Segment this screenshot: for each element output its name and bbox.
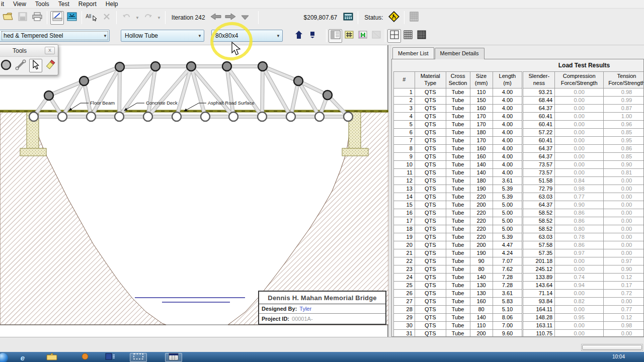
taskbar-ie-button[interactable]: e	[14, 353, 31, 362]
member-list-toggle-button[interactable]	[329, 29, 342, 43]
truss-joint[interactable]	[187, 62, 196, 71]
truss-joint[interactable]	[79, 76, 89, 85]
member-row[interactable]: 14QTSTube2205.3963.030.770.00	[394, 193, 644, 201]
taskbar-folder-button[interactable]	[43, 353, 60, 362]
member-row[interactable]: 11QTSTube1404.0073.570.000.81	[394, 168, 644, 176]
truss-joint[interactable]	[229, 112, 238, 121]
eraser-tool-button[interactable]	[44, 59, 57, 72]
status-indicator[interactable]	[387, 11, 401, 25]
member-numbers-toggle-button[interactable]	[342, 29, 356, 43]
print-button[interactable]	[30, 11, 44, 25]
member-row[interactable]: 20QTSTube2004.4757.580.860.00	[394, 241, 644, 249]
member-row[interactable]: 5QTSTube1704.0060.410.000.96	[394, 120, 644, 128]
taskbar-app-orange-button[interactable]	[76, 353, 94, 362]
design-mode-button[interactable]	[50, 11, 64, 25]
horizontal-scrollbar[interactable]	[581, 344, 643, 351]
truss-joint[interactable]	[29, 112, 38, 121]
truss-joint[interactable]	[258, 62, 267, 71]
disabled-view-button[interactable]	[369, 29, 383, 43]
member-row[interactable]: 13QTSTube1905.3972.790.980.00	[394, 185, 644, 193]
member-row[interactable]: 7QTSTube1704.0060.410.000.95	[394, 136, 644, 144]
member-row[interactable]: 23QTSTube807.62245.120.000.90	[394, 265, 644, 273]
taskbar-bridge-designer-button[interactable]	[165, 353, 182, 362]
member-row[interactable]: 9QTSTube1604.0064.370.000.85	[394, 152, 644, 160]
taskbar-snipping-button[interactable]	[130, 353, 147, 362]
scrollbar-thumb[interactable]	[582, 345, 642, 350]
iteration-back-button[interactable]	[209, 11, 223, 25]
material-select[interactable]: hed & Tempered Steel ▼	[0, 30, 110, 42]
menu-item-report[interactable]: Report	[74, 0, 101, 9]
truss-joint[interactable]	[201, 112, 210, 121]
increase-member-size-button[interactable]	[292, 29, 305, 43]
redo-button[interactable]	[141, 11, 155, 25]
truss-joint[interactable]	[172, 112, 181, 121]
decrease-member-size-button[interactable]	[305, 29, 319, 43]
member-row[interactable]: 3QTSTube1604.0064.370.000.87	[394, 104, 644, 112]
menu-item-tools[interactable]: Tools	[31, 0, 54, 9]
truss-joint[interactable]	[115, 62, 124, 71]
truss-joint[interactable]	[323, 90, 332, 100]
report-button[interactable]	[408, 11, 421, 25]
taskbar-app-blue-button[interactable]	[102, 353, 119, 362]
grid-coarse-button[interactable]	[387, 29, 401, 43]
member-row[interactable]: 25QTSTube1307.28143.640.940.17	[394, 281, 644, 289]
member-row[interactable]: 16QTSTube2205.0058.520.860.00	[394, 209, 644, 217]
grid-medium-button[interactable]	[401, 29, 415, 43]
member-row[interactable]: 18QTSTube2205.0058.520.800.00	[394, 225, 644, 233]
cost-calculator-button[interactable]	[341, 11, 355, 25]
delete-button[interactable]	[100, 11, 113, 25]
menu-item-view[interactable]: View	[9, 0, 31, 9]
truss-joint[interactable]	[58, 112, 67, 121]
member-row[interactable]: 24QTSTube1407.28133.890.740.12	[394, 273, 644, 281]
load-test-button[interactable]	[65, 11, 78, 25]
member-row[interactable]: 15QTSTube2005.0064.370.900.00	[394, 201, 644, 209]
member-row[interactable]: 10QTSTube1404.0073.570.000.90	[394, 160, 644, 168]
truss-joint[interactable]	[344, 112, 353, 121]
member-row[interactable]: 2QTSTube1504.0068.440.000.99	[394, 96, 644, 104]
member-row[interactable]: 27QTSTube1605.8393.840.820.00	[394, 297, 644, 305]
truss-joint[interactable]	[143, 112, 152, 121]
tab-member-details[interactable]: Member Details	[435, 48, 485, 59]
member-row[interactable]: 6QTSTube1804.0057.220.000.85	[394, 128, 644, 136]
redo-dropdown-chevron[interactable]: ▼	[156, 16, 162, 20]
truss-joint[interactable]	[115, 112, 124, 121]
member-row[interactable]: 12QTSTube1803.6151.580.840.00	[394, 176, 644, 185]
member-table-wrap[interactable]: #Material TypeCross SectionSize (mm)Leng…	[393, 71, 644, 336]
drawing-canvas[interactable]: Floor Beam Concrete Deck Asphalt Road Su…	[0, 45, 388, 337]
menu-item-test[interactable]: Test	[54, 0, 74, 9]
member-row[interactable]: 31QTSTube2009.60110.750.000.00	[394, 329, 644, 336]
member-row[interactable]: 1QTSTube1104.0093.210.000.98	[394, 88, 644, 96]
iteration-dropdown-button[interactable]	[238, 11, 252, 25]
select-all-button[interactable]: All	[85, 11, 99, 25]
select-tool-button[interactable]	[29, 59, 42, 72]
truss-joint[interactable]	[87, 112, 96, 121]
iteration-forward-button[interactable]	[224, 11, 237, 25]
grid-fine-button[interactable]	[415, 29, 428, 43]
joint-tool-button[interactable]	[0, 59, 13, 72]
cross-section-select[interactable]: Hollow Tube ▼	[121, 30, 204, 42]
truss-joint[interactable]	[286, 112, 295, 121]
menu-item-help[interactable]: Help	[101, 0, 123, 9]
member-row[interactable]: 28QTSTube805.10164.110.000.77	[394, 305, 644, 313]
close-icon[interactable]: X	[45, 47, 55, 54]
size-select[interactable]: 80x80x4 ▼	[211, 30, 283, 42]
member-row[interactable]: 21QTSTube1904.2457.350.970.00	[394, 249, 644, 257]
undo-button[interactable]	[120, 11, 133, 25]
member-row[interactable]: 22QTSTube907.07201.180.000.97	[394, 257, 644, 265]
tools-palette-titlebar[interactable]: Tools X	[0, 45, 58, 57]
open-button[interactable]	[1, 11, 15, 25]
menu-item-it[interactable]: it	[0, 0, 9, 9]
member-row[interactable]: 26QTSTube1303.6171.140.000.72	[394, 289, 644, 297]
save-button[interactable]	[16, 11, 29, 25]
tab-member-list[interactable]: Member List	[392, 47, 434, 59]
member-row[interactable]: 30QTSTube1107.00163.110.000.98	[394, 321, 644, 329]
truss-member[interactable]	[119, 67, 120, 117]
truss-joint[interactable]	[222, 62, 231, 71]
truss-joint[interactable]	[315, 112, 324, 121]
truss-joint[interactable]	[151, 62, 160, 71]
start-button[interactable]	[0, 353, 8, 362]
undo-dropdown-chevron[interactable]: ▼	[134, 16, 140, 20]
member-row[interactable]: 17QTSTube2205.0058.520.860.00	[394, 217, 644, 225]
member-row[interactable]: 29QTSTube1408.06148.280.950.12	[394, 313, 644, 321]
graph-toggle-button[interactable]	[356, 29, 369, 43]
